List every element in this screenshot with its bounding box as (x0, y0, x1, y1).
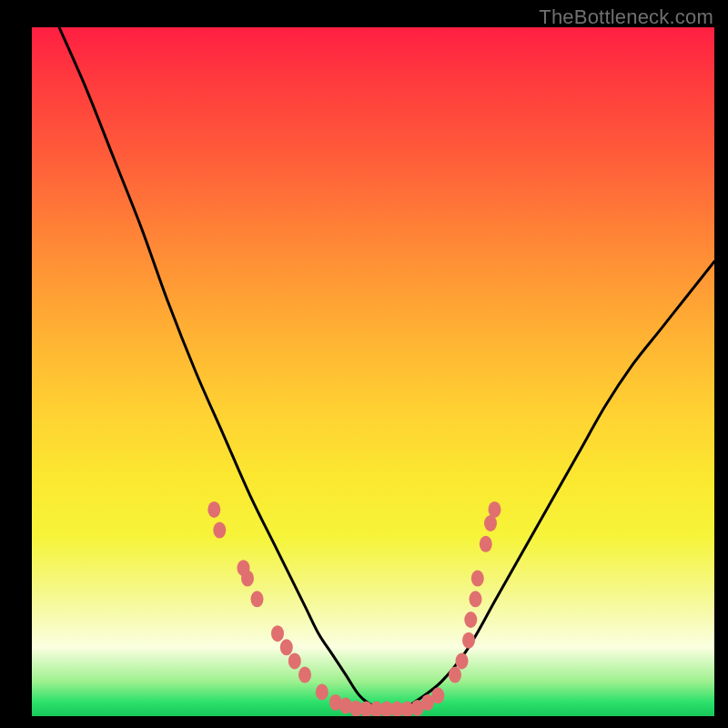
curve-marker (213, 522, 226, 539)
curve-marker (207, 501, 220, 518)
watermark-text: TheBottleneck.com (539, 5, 713, 29)
curve-marker (288, 652, 301, 669)
plot-area (32, 27, 714, 716)
curve-markers (207, 501, 500, 716)
curve-marker (280, 639, 293, 655)
curve-marker (470, 591, 482, 607)
curve-marker (316, 684, 329, 701)
bottleneck-curve (59, 27, 714, 710)
curve-marker (480, 536, 492, 552)
chart-svg (32, 27, 714, 716)
curve-marker (489, 501, 501, 518)
curve-marker (298, 667, 311, 683)
curve-marker (431, 687, 444, 703)
outer-frame: TheBottleneck.com (0, 0, 728, 728)
curve-marker (449, 667, 461, 683)
curve-marker (464, 612, 477, 628)
curve-marker (456, 652, 469, 669)
curve-marker (462, 632, 475, 649)
curve-marker (241, 571, 254, 587)
curve-marker (251, 591, 264, 607)
curve-marker (271, 625, 284, 642)
curve-marker (471, 571, 484, 587)
